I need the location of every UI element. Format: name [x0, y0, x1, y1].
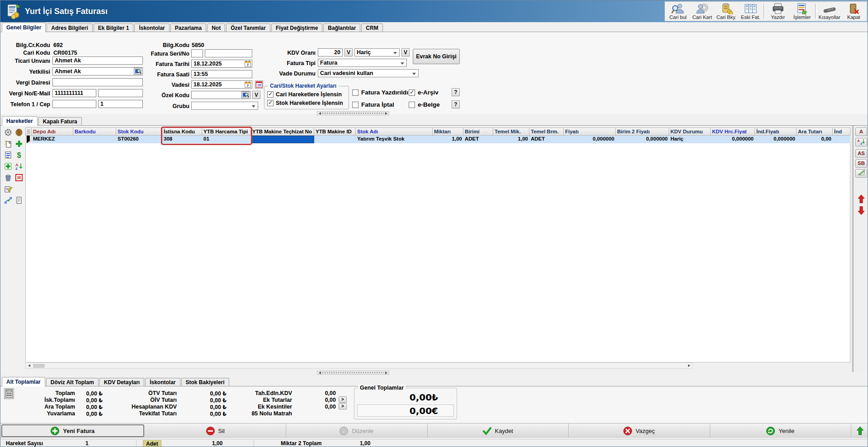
- side-sort-button[interactable]: Az: [855, 138, 867, 146]
- cell-temel-brm[interactable]: ADET: [529, 136, 564, 143]
- cell-ind[interactable]: [833, 136, 850, 143]
- link-nodes-icon[interactable]: [4, 196, 12, 204]
- new-record-icon[interactable]: [4, 140, 12, 148]
- yazdir-button[interactable]: Yazdır: [766, 2, 790, 20]
- col-header-miktari[interactable]: Miktarı: [433, 127, 463, 136]
- cell-istisna-kodu[interactable]: 308: [162, 136, 202, 143]
- col-header-istisna-kodu[interactable]: İstisna Kodu: [162, 127, 202, 136]
- walnut-icon[interactable]: [15, 128, 23, 136]
- tab-hareketler[interactable]: Hareketler: [2, 116, 38, 126]
- col-header-temel-brm[interactable]: Temel Brm.: [529, 127, 564, 136]
- scroll-right-icon[interactable]: [686, 363, 692, 368]
- tab-genel-bilgiler[interactable]: Genel Bilgiler: [2, 23, 46, 32]
- cell-birimi[interactable]: ADET: [463, 136, 493, 143]
- col-header-ind[interactable]: İnd: [833, 127, 850, 136]
- cell-ara-tutari[interactable]: 0,00: [797, 136, 833, 143]
- ozel-kodu-lookup-icon[interactable]: [241, 91, 249, 100]
- cell-depo-adi[interactable]: MERKEZ: [32, 136, 73, 143]
- panel-up-button[interactable]: [851, 423, 868, 438]
- cell-kdv-durumu[interactable]: Hariç: [669, 136, 711, 143]
- col-header-kdv-hrc-fiyat[interactable]: KDV Hrc.Fiyat: [711, 127, 755, 136]
- col-header-ytb-makine-techizat-no[interactable]: YTB Makine Teçhizat No: [251, 127, 314, 136]
- vazgec-button[interactable]: Vazgeç: [569, 423, 710, 438]
- scroll-left-icon[interactable]: [26, 363, 32, 368]
- cari-kart-button[interactable]: Cari Kart: [690, 2, 715, 20]
- archive-bin-icon[interactable]: [4, 174, 12, 182]
- edit-document-icon[interactable]: [4, 185, 12, 193]
- col-header-ind-fiyati[interactable]: İnd.Fiyatı: [755, 127, 797, 136]
- cell-ytb-makine-id[interactable]: [314, 136, 356, 143]
- cari-hareket-checkbox[interactable]: ✓: [267, 91, 274, 98]
- kapat-button[interactable]: Kapat: [842, 2, 866, 20]
- kdv-mode-select[interactable]: Hariç: [354, 48, 400, 56]
- tab-adres-bilgileri[interactable]: Adres Bilgileri: [47, 24, 92, 32]
- fatura-tarihi-input[interactable]: 18.12.2025: [191, 60, 252, 68]
- cell-temel-mik[interactable]: 1,00: [493, 136, 529, 143]
- email-input[interactable]: [98, 89, 143, 97]
- plain-document-icon[interactable]: [15, 196, 23, 204]
- horizontal-splitter[interactable]: [317, 111, 389, 115]
- side-triangle-button[interactable]: [855, 169, 867, 178]
- kisayollar-button[interactable]: Kısayollar: [817, 2, 842, 20]
- eski-faturalar-button[interactable]: Eski Fat.: [739, 2, 763, 20]
- pause-icon[interactable]: [15, 174, 23, 182]
- telefon-input[interactable]: [52, 100, 96, 108]
- fatura-saati-input[interactable]: 13:55: [191, 70, 252, 78]
- scrollbar-thumb[interactable]: [33, 364, 45, 368]
- cell-kdv-hrc-fiyat[interactable]: 0,000000: [711, 136, 755, 143]
- tab-stok-bakiyeleri[interactable]: Stok Bakiyeleri: [181, 378, 229, 386]
- tab-not[interactable]: Not: [207, 24, 225, 32]
- vergi-no-input[interactable]: 1111111111: [52, 89, 96, 97]
- ticari-unvani-input[interactable]: Ahmet Ak: [52, 56, 143, 65]
- stok-hareket-checkbox[interactable]: ✓: [267, 100, 274, 106]
- cell-fiyati[interactable]: 0,000000: [564, 136, 616, 143]
- col-header-barkodu[interactable]: Barkodu: [73, 127, 116, 136]
- move-down-icon[interactable]: [858, 206, 865, 215]
- tab-crm[interactable]: CRM: [361, 24, 382, 32]
- cell-birim2-fiyati[interactable]: 0,000000: [616, 136, 669, 143]
- e-belge-checkbox[interactable]: [409, 102, 415, 108]
- tab-doviz-alt-toplam[interactable]: Döviz Alt Toplam: [46, 378, 99, 386]
- grid-data-row[interactable]: MERKEZ ST00260 308 01 Yatırım Teşvik Sto…: [25, 136, 850, 143]
- ek-tutarlar-more-button[interactable]: >: [339, 396, 347, 403]
- tab-ozel-tanimlar[interactable]: Özel Tanımlar: [226, 24, 270, 32]
- grid-drag-handle[interactable]: [25, 127, 32, 136]
- col-header-fiyati[interactable]: Fiyatı: [564, 127, 616, 136]
- e-arsiv-checkbox[interactable]: ✓: [409, 89, 415, 96]
- invoice-lines-grid[interactable]: [25, 127, 850, 362]
- cell-barkodu[interactable]: [73, 136, 116, 143]
- calendar-icon[interactable]: 7: [245, 61, 251, 69]
- col-header-depo-adi[interactable]: Depo Adı: [32, 127, 73, 136]
- grubu-select[interactable]: [191, 102, 258, 110]
- cell-miktari[interactable]: 1,00: [433, 136, 463, 143]
- tab-alt-toplamlar[interactable]: Alt Toplamlar: [2, 377, 45, 386]
- tab-fiyat-degistirme[interactable]: Fiyat Değiştirme: [271, 24, 322, 32]
- fatura-iptal-checkbox[interactable]: [352, 102, 359, 108]
- tab-iskontolar[interactable]: İskontolar: [134, 24, 169, 32]
- kdv-v-button[interactable]: V: [344, 48, 353, 56]
- yeni-fatura-button[interactable]: Yeni Fatura: [1, 424, 144, 437]
- col-header-birim2-fiyati[interactable]: Birim 2 Fiyatı: [616, 127, 669, 136]
- tab-ek-bilgiler-1[interactable]: Ek Bilgiler 1: [94, 24, 134, 32]
- calculator-button[interactable]: [4, 388, 14, 399]
- ek-kesintiler-more-button[interactable]: >: [339, 403, 347, 409]
- yenile-button[interactable]: Yenile: [710, 423, 852, 438]
- tab-kapali-fatura[interactable]: Kapalı Fatura: [38, 117, 82, 126]
- islemler-button[interactable]: İşlemler: [790, 2, 815, 20]
- document-lines-icon[interactable]: [4, 151, 12, 159]
- vade-durumu-select[interactable]: Cari vadesini kullan: [318, 69, 419, 77]
- col-header-kdv-durumu[interactable]: KDV Durumu: [669, 127, 711, 136]
- vadesi-input[interactable]: 18.12.2025: [191, 80, 252, 89]
- fatura-yazdirildi-checkbox[interactable]: [352, 89, 359, 96]
- col-header-stok-adi[interactable]: Stok Adı: [356, 127, 433, 136]
- cell-ind-fiyati[interactable]: 0,000000: [755, 136, 797, 143]
- side-sb-button[interactable]: SB: [855, 159, 867, 168]
- cari-bakiye-button[interactable]: Cari Bky.: [714, 2, 739, 20]
- grid-horizontal-scrollbar[interactable]: [25, 362, 693, 369]
- col-header-birimi[interactable]: Birimi: [463, 127, 493, 136]
- ozel-kodu-v-button[interactable]: V: [252, 91, 260, 99]
- tab-pazarlama[interactable]: Pazarlama: [170, 24, 206, 32]
- side-a-button[interactable]: A: [855, 127, 867, 136]
- add-document-icon[interactable]: [4, 162, 12, 170]
- fatura-tipi-select[interactable]: Fatura: [318, 59, 407, 67]
